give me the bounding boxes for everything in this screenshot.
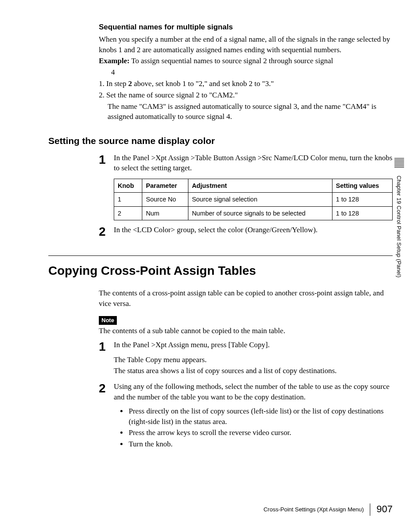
step-number-2b: 2 [99,381,114,395]
example-line: Example: To assign sequential names to s… [99,56,393,66]
footer-divider [370,503,370,516]
th-parameter: Parameter [142,179,188,193]
side-tab: Chapter 19 Control Panel Setup (Panel) [394,158,404,316]
color-step2-text: In the <LCD Color> group, select the col… [114,225,393,235]
table-row: 1 Source No Source signal selection 1 to… [114,193,393,206]
list-item: Press the arrow keys to scroll the rever… [128,428,393,438]
thumb-index-icon [394,158,404,169]
th-knob: Knob [114,179,142,193]
step-number-1: 1 [99,153,114,166]
note-text: The contents of a sub table cannot be co… [99,326,393,336]
list-item: Press directly on the list of copy sourc… [128,406,393,427]
step-number-2: 2 [99,225,114,238]
color-step1-text: In the Panel >Xpt Assign >Table Button A… [114,153,393,174]
sequential-heading: Sequential names for multiple signals [99,22,393,32]
sequential-para: When you specify a number at the end of … [99,34,393,55]
seq-item-2-sub: The name "CAM3" is assigned automaticall… [99,101,393,122]
copy-step-1: 1 In the Panel >Xpt Assign menu, press [… [99,340,393,377]
copy-step1-text: In the Panel >Xpt Assign menu, press [Ta… [114,340,393,350]
sequential-names-block: Sequential names for multiple signals Wh… [99,22,393,122]
page-number: 907 [376,503,393,516]
section-divider [48,255,393,256]
copy-step-2: 2 Using any of the following methods, se… [99,381,393,450]
step-number-1b: 1 [99,340,114,353]
color-step-1: 1 In the Panel >Xpt Assign >Table Button… [99,153,393,220]
footer-title: Cross-Point Settings (Xpt Assign Menu) [264,506,370,514]
copy-bullets: Press directly on the list of copy sourc… [128,406,393,449]
copy-intro-block: The contents of a cross-point assign tab… [99,288,393,336]
seq-item-1: 1. In step 2 above, set knob 1 to "2," a… [99,79,393,89]
th-adjustment: Adjustment [188,179,332,193]
note-badge: Note [99,316,117,325]
page-footer: Cross-Point Settings (Xpt Assign Menu) 9… [264,503,393,516]
copy-intro: The contents of a cross-point assign tab… [99,288,393,309]
seq-item-2: 2. Set the name of source signal 2 to "C… [99,90,393,101]
parameter-table: Knob Parameter Adjustment Setting values… [114,179,393,220]
copy-step2-text: Using any of the following methods, sele… [114,381,393,403]
table-row: 2 Num Number of source signals to be sel… [114,206,393,220]
copy-step1-sub2: The status area shows a list of copy sou… [114,366,393,376]
side-chapter-label: Chapter 19 Control Panel Setup (Panel) [394,176,402,277]
color-section-heading: Setting the source name display color [48,134,393,147]
th-setting-values: Setting values [332,179,392,193]
color-step-2: 2 In the <LCD Color> group, select the c… [99,225,393,238]
list-item: Turn the knob. [128,439,393,449]
example-continuation: 4 [99,67,393,78]
copy-section-heading: Copying Cross-Point Assign Tables [48,262,393,279]
copy-step1-sub1: The Table Copy menu appears. [114,355,393,365]
